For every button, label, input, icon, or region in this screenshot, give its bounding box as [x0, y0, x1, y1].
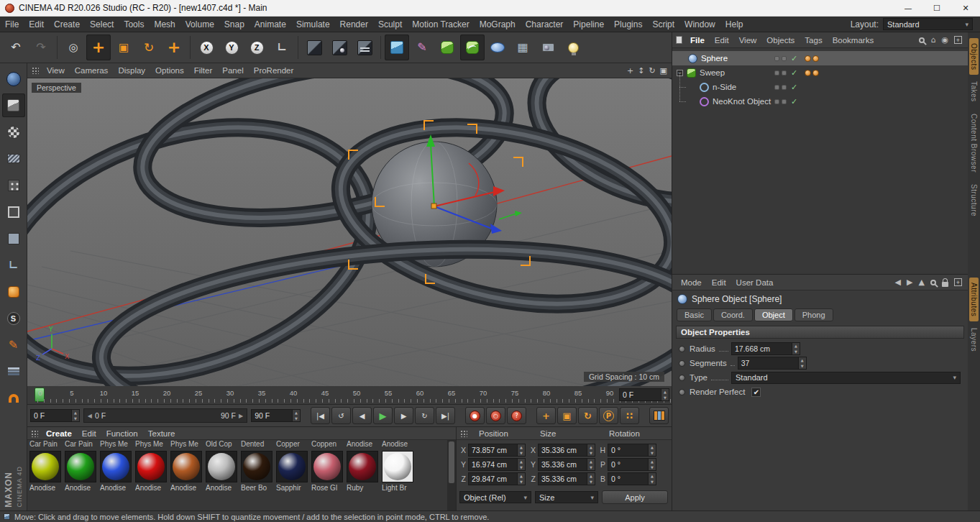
spinner-arrows[interactable]: ▲▼	[517, 459, 525, 470]
menu-create[interactable]: Create	[49, 17, 85, 32]
range-left-arrow-icon[interactable]: ◀	[88, 413, 92, 419]
viewport-menu-panel[interactable]: Panel	[217, 64, 248, 77]
add-panel-icon[interactable]: +	[954, 278, 962, 286]
goto-previous-frame-button[interactable]: ◀	[352, 407, 372, 424]
add-deformer-button[interactable]	[485, 35, 510, 60]
timeline-ruler[interactable]: 051015202530354045505560657075808590 0 F…	[27, 386, 672, 405]
spin-up-icon[interactable]: ▲	[649, 444, 656, 450]
layout-dropdown[interactable]: Standard ▾	[883, 18, 973, 30]
menu-mograph[interactable]: MoGraph	[475, 17, 521, 32]
viewport-menu-options[interactable]: Options	[150, 64, 189, 77]
spin-down-icon[interactable]: ▼	[587, 450, 595, 456]
material-scrollbar[interactable]	[447, 440, 456, 510]
key-rotation-button[interactable]: ↻	[578, 407, 597, 424]
spin-up-icon[interactable]: ▲	[587, 473, 595, 479]
tab-basic[interactable]: Basic	[677, 308, 712, 321]
workplane-mode-button[interactable]	[2, 147, 25, 170]
coord-position-x-field[interactable]: 73.857 cm▲▼	[468, 444, 526, 457]
materials-menu-create[interactable]: Create	[41, 427, 77, 440]
material-thumbnail[interactable]	[311, 451, 343, 482]
menu-render[interactable]: Render	[335, 17, 373, 32]
texture-tag-icon[interactable]	[805, 55, 811, 62]
spin-down-icon[interactable]: ▼	[518, 464, 525, 470]
lock-icon[interactable]	[942, 282, 948, 287]
spin-up-icon[interactable]: ▲	[72, 410, 79, 416]
material-thumbnail[interactable]	[135, 451, 167, 482]
history-forward-icon[interactable]: ▶	[907, 278, 912, 287]
texture-mode-button[interactable]	[2, 120, 25, 144]
property-render-perfect-checkbox[interactable]: ✔	[751, 388, 761, 397]
menu-tools[interactable]: Tools	[119, 17, 149, 32]
add-light-button[interactable]	[561, 35, 585, 60]
material-item[interactable]: Anodise	[65, 451, 99, 492]
material-thumbnail[interactable]	[241, 451, 273, 482]
spin-down-icon[interactable]: ▼	[792, 349, 800, 354]
render-visibility-dot[interactable]	[782, 56, 787, 61]
property-radius-field[interactable]: 17.668 cm▲▼	[731, 342, 800, 355]
lock-y-axis-button[interactable]: Y	[219, 35, 244, 60]
coordinate-mode-dropdown[interactable]: Object (Rel)▾	[459, 491, 531, 503]
object-row-n-side[interactable]: n-Side✓	[672, 80, 968, 94]
material-item[interactable]: Beer Bo	[241, 451, 275, 492]
viewport-menu-cameras[interactable]: Cameras	[70, 64, 114, 77]
enabled-check-icon[interactable]: ✓	[791, 97, 797, 106]
tab-coord[interactable]: Coord.	[713, 308, 753, 321]
enabled-check-icon[interactable]: ✓	[791, 54, 797, 63]
menu-sculpt[interactable]: Sculpt	[373, 17, 407, 32]
animation-toggle-icon[interactable]	[679, 389, 685, 395]
editor-visibility-dot[interactable]	[774, 85, 779, 90]
spinner-arrows[interactable]: ▲▼	[517, 473, 525, 485]
object-row-sweep[interactable]: −Sweep✓	[672, 65, 968, 80]
smoothing-tag-icon[interactable]	[812, 55, 819, 62]
menu-edit[interactable]: Edit	[24, 17, 49, 32]
spinner-arrows[interactable]: ▲▼	[648, 473, 656, 485]
coordinate-system-button[interactable]: ∟	[270, 35, 294, 60]
lock-x-axis-button[interactable]: X	[194, 35, 219, 60]
menu-file[interactable]: File	[0, 17, 24, 32]
spin-down-icon[interactable]: ▼	[587, 479, 595, 485]
menu-select[interactable]: Select	[85, 17, 119, 32]
search-icon[interactable]	[930, 280, 936, 285]
tab-object[interactable]: Object	[754, 308, 793, 321]
filter-icon[interactable]: ◉	[941, 35, 948, 45]
key-pla-button[interactable]: ∷	[620, 407, 639, 424]
goto-previous-key-button[interactable]: ↺	[331, 407, 351, 424]
spin-up-icon[interactable]: ▲	[518, 459, 525, 464]
object-row-sphere[interactable]: Sphere✓	[672, 51, 968, 65]
menu-animate[interactable]: Animate	[249, 17, 291, 32]
last-used-tool-move-button[interactable]: +	[162, 35, 186, 60]
spinner-arrows[interactable]: ▲▼	[587, 444, 595, 456]
menu-plugins[interactable]: Plugins	[609, 17, 647, 32]
material-thumbnail[interactable]	[100, 451, 132, 482]
texture-tag-icon[interactable]	[805, 70, 811, 76]
spin-up-icon[interactable]: ▲	[587, 459, 595, 464]
apply-button[interactable]: Apply	[602, 490, 668, 504]
spinner-arrows[interactable]: ▲▼	[648, 459, 656, 470]
material-thumbnail[interactable]	[206, 451, 237, 482]
render-visibility-dot[interactable]	[782, 70, 787, 75]
spin-down-icon[interactable]: ▼	[649, 450, 656, 456]
paint-tool-button[interactable]: ✎	[2, 333, 25, 357]
viewport-scene[interactable]: Y X Z	[27, 78, 672, 386]
layer-tool-button[interactable]	[2, 360, 25, 383]
render-picture-viewer-button[interactable]	[327, 35, 352, 60]
spin-down-icon[interactable]: ▼	[72, 416, 79, 421]
viewport-zoom-icon[interactable]: ↕	[638, 66, 644, 75]
viewport-menu-prorender[interactable]: ProRender	[249, 64, 299, 77]
points-mode-button[interactable]	[2, 173, 25, 197]
camera-label[interactable]: Perspective	[32, 83, 81, 93]
range-right-arrow-icon[interactable]: ▶	[239, 413, 243, 419]
menu-simulate[interactable]: Simulate	[291, 17, 335, 32]
viewport-menu-view[interactable]: View	[42, 64, 70, 77]
material-thumbnail[interactable]	[382, 451, 413, 482]
coord-rotation-p-field[interactable]: 0 °▲▼	[608, 458, 656, 471]
menu-mesh[interactable]: Mesh	[149, 17, 180, 32]
spin-down-icon[interactable]: ▼	[799, 363, 806, 369]
material-item[interactable]: Anodise	[29, 451, 64, 492]
menu-help[interactable]: Help	[720, 17, 748, 32]
move-tool-button[interactable]: +	[86, 35, 111, 60]
enabled-check-icon[interactable]: ✓	[791, 68, 797, 78]
play-button[interactable]: ▶	[373, 407, 393, 424]
add-subdivision-surface-button[interactable]	[435, 35, 459, 60]
close-button[interactable]: ✕	[951, 0, 980, 16]
